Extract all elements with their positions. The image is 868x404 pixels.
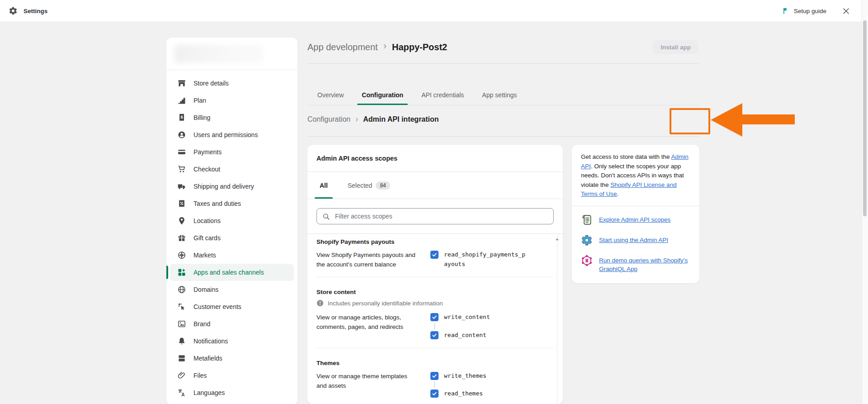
pii-note: Includes personally identifiable informa… [316, 299, 554, 307]
page-scrollbar[interactable] [862, 0, 868, 404]
annotation-arrow-icon [711, 103, 742, 137]
sidebar-item-shipping-delivery[interactable]: Shipping and delivery [170, 178, 294, 195]
domains-globe-icon [177, 285, 186, 294]
scope-checkbox-write-themes[interactable]: write_themes [430, 371, 486, 381]
sidebar-item-users-permissions[interactable]: Users and permissions [170, 126, 294, 143]
store-header [166, 38, 297, 70]
search-icon [322, 213, 330, 220]
sidebar-item-taxes-duties[interactable]: Taxes and duties [170, 195, 294, 212]
sidebar-item-apps-sales-channels[interactable]: Apps and sales channels [170, 264, 294, 281]
map-pin-icon [177, 216, 186, 225]
install-app-button[interactable]: Install app [653, 40, 698, 54]
tab-selected-scopes[interactable]: Selected 84 [341, 172, 397, 199]
scroll-icon [581, 214, 593, 226]
divider [316, 348, 554, 348]
scope-checkbox-read-content[interactable]: read_content [430, 331, 490, 340]
page-scrollbar-thumb[interactable] [863, 20, 867, 216]
sidebar-item-files[interactable]: Files [170, 367, 294, 384]
payments-icon [177, 147, 186, 157]
checkbox-checked-icon [430, 251, 439, 259]
checkout-cart-icon [177, 165, 186, 174]
scope-checkbox-read-shopify-payments-payouts[interactable]: read_shopify_payments_payouts [430, 250, 525, 269]
settings-sidebar: Store details Plan $ Billing Users and p… [166, 38, 297, 404]
plan-icon [177, 96, 186, 105]
sidebar-item-locations[interactable]: Locations [170, 212, 294, 229]
brand-image-icon [177, 319, 186, 328]
breadcrumb-app-name: Happy-Post2 [392, 42, 447, 52]
info-icon [316, 299, 324, 307]
settings-nav: Store details Plan $ Billing Users and p… [166, 70, 297, 404]
admin-api-scopes-card: Admin API access scopes All Selected 84 … [307, 145, 563, 404]
store-icon [177, 79, 186, 88]
start-using-admin-api-link[interactable]: Start using the Admin API [599, 234, 668, 244]
help-row-start-admin-api: Start using the Admin API [581, 234, 690, 246]
setup-guide-button[interactable]: Setup guide [782, 7, 826, 15]
scope-checkbox-read-themes[interactable]: read_themes [430, 389, 486, 399]
scope-checkbox-write-content[interactable]: write_content [430, 313, 490, 322]
admin-api-help-card: Get access to store data with the Admin … [572, 145, 699, 283]
explore-admin-api-scopes-link[interactable]: Explore Admin API scopes [599, 214, 670, 224]
help-row-explore-scopes: Explore Admin API scopes [581, 214, 690, 226]
scope-section-shopify-payments-payouts: Shopify Payments payouts View Shopify Pa… [307, 234, 563, 277]
tab-app-settings[interactable]: App settings [481, 85, 518, 105]
scope-filter-box [316, 208, 554, 224]
sidebar-item-languages[interactable]: A Languages [170, 384, 294, 401]
sidebar-item-markets[interactable]: Markets [170, 247, 294, 264]
gear-blue-icon [581, 234, 593, 246]
breadcrumb-app-development[interactable]: App development [307, 42, 378, 52]
chevron-right-icon: › [383, 41, 387, 51]
divider [307, 63, 698, 64]
sidebar-item-billing[interactable]: $ Billing [170, 109, 294, 126]
tab-api-credentials[interactable]: API credentials [420, 85, 465, 105]
sidebar-item-customer-events[interactable]: Customer events [170, 298, 294, 315]
selected-count-badge: 84 [376, 181, 390, 190]
tab-configuration[interactable]: Configuration [361, 85, 404, 105]
sidebar-item-payments[interactable]: Payments [170, 143, 294, 161]
sidebar-item-gift-cards[interactable]: Gift cards [170, 229, 294, 247]
cursor-spark-icon [177, 302, 186, 311]
checkbox-checked-icon [430, 313, 439, 321]
settings-gear-icon [9, 6, 18, 15]
setup-guide-label: Setup guide [794, 8, 826, 14]
billing-icon: $ [177, 113, 186, 122]
help-row-graphiql: Run demo queries with Shopify's GraphiQL… [581, 255, 690, 273]
checkbox-checked-icon [430, 331, 439, 339]
divider [316, 277, 554, 277]
apps-grid-icon [177, 268, 186, 277]
annotation-arrow-tail [741, 114, 795, 124]
graphiql-demo-link[interactable]: Run demo queries with Shopify's GraphiQL… [599, 255, 690, 273]
svg-text:$: $ [180, 115, 183, 119]
scope-section-store-content: Store content Includes personally identi… [307, 280, 563, 348]
flag-icon [782, 7, 790, 15]
paperclip-icon [177, 371, 186, 380]
metafields-icon [177, 354, 186, 363]
help-intro-text: Get access to store data with the Admin … [572, 145, 699, 206]
scope-section-themes: Themes View or manage theme templates an… [307, 352, 563, 399]
taxes-icon [177, 199, 186, 208]
breadcrumb-configuration[interactable]: Configuration [307, 115, 350, 124]
page-title: Settings [24, 8, 47, 14]
sidebar-item-domains[interactable]: Domains [170, 281, 294, 298]
tab-overview[interactable]: Overview [316, 85, 344, 105]
checkbox-checked-icon [430, 390, 439, 398]
truck-icon [177, 182, 186, 191]
tab-all-scopes[interactable]: All [313, 172, 335, 199]
inner-scrollbar-track[interactable] [557, 234, 557, 404]
sidebar-item-metafields[interactable]: Metafields [170, 350, 294, 367]
close-icon[interactable] [842, 7, 850, 15]
sidebar-item-checkout[interactable]: Checkout [170, 161, 294, 178]
sidebar-item-notifications[interactable]: Notifications [170, 333, 294, 350]
markets-globe-icon [177, 251, 186, 260]
sidebar-item-store-details[interactable]: Store details [170, 75, 294, 92]
checkbox-checked-icon [430, 372, 439, 380]
svg-text:A: A [181, 392, 184, 397]
app-header: App development › Happy-Post2 Install ap… [307, 39, 698, 55]
sidebar-item-brand[interactable]: Brand [170, 315, 294, 333]
chevron-right-icon: › [355, 114, 358, 124]
sidebar-item-plan[interactable]: Plan [170, 92, 294, 109]
scope-filter-input[interactable] [334, 212, 548, 220]
scopes-card-title: Admin API access scopes [307, 145, 563, 172]
scope-connector-line [434, 382, 435, 388]
topbar: Settings Setup guide [0, 0, 862, 22]
bell-icon [177, 337, 186, 346]
